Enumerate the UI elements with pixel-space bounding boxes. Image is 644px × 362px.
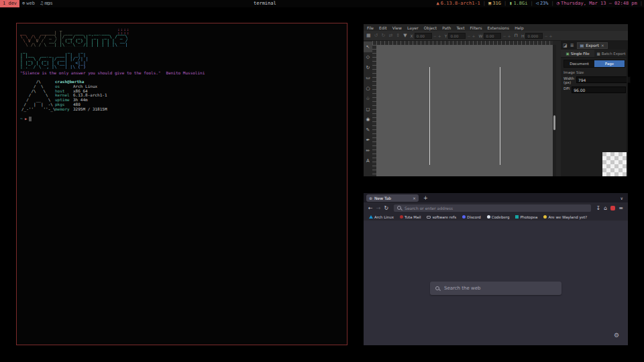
bookmark-arch-linux[interactable]: Arch Linux <box>369 215 394 219</box>
panel-scrollbar[interactable] <box>627 50 628 176</box>
reload-button[interactable]: ↻ <box>384 205 388 211</box>
new-tab-button[interactable]: + <box>423 195 428 201</box>
menu-file[interactable]: File <box>367 25 374 30</box>
decrement-button[interactable]: − <box>544 34 547 38</box>
pen-tool[interactable]: ✒ <box>364 135 372 146</box>
bookmark-photopea[interactable]: Photopea <box>515 215 537 219</box>
box-3d-tool[interactable]: ◻ <box>364 104 372 115</box>
text-tool[interactable]: A <box>364 156 372 167</box>
tab-close-icon[interactable]: × <box>413 196 416 200</box>
terminal-window[interactable]: _ __ _____| | ___ ___ _ __ ___ ___ \ \ /… <box>16 23 347 345</box>
ascii-art-decoration: :::: :::: <box>117 27 129 34</box>
forward-button[interactable]: → <box>376 205 381 211</box>
list-all-tabs-icon[interactable]: ∨ <box>621 196 623 200</box>
node-tool[interactable]: ◇ <box>364 52 372 63</box>
personalize-gear-icon[interactable]: ⚙ <box>614 332 619 339</box>
menu-layer[interactable]: Layer <box>407 25 419 30</box>
document-button[interactable]: Document <box>564 60 594 67</box>
shell-prompt[interactable]: ~ ▶ <box>20 116 32 121</box>
menu-extensions[interactable]: Extensions <box>488 25 510 30</box>
globe-icon: ⊕ <box>22 0 25 7</box>
web-search-box[interactable]: Search the web <box>430 282 561 295</box>
clock-text: Thursday, Mar 13 — 02:48 pm <box>561 0 637 7</box>
snap-controls-icon[interactable]: ▼ <box>403 33 407 38</box>
workspace-tag-dev[interactable]: 1 dev <box>0 0 19 7</box>
w-value[interactable]: 0.00 <box>484 33 501 39</box>
fetch-key: memory <box>55 107 73 112</box>
menu-object[interactable]: Object <box>424 25 437 30</box>
rotate-cw-icon[interactable]: ↻ <box>382 33 386 38</box>
export-width-input[interactable] <box>576 76 631 83</box>
image-size-label: Image Size <box>564 70 625 74</box>
home-icon[interactable]: ⌂ <box>604 205 607 211</box>
active-tab[interactable]: ⊕ New Tab × <box>366 194 419 202</box>
menu-filters[interactable]: Filters <box>470 25 482 30</box>
arch-ascii-logo: /\ / \ /\ \ / \ / __ \ / | | -\ /_-'' ''… <box>21 80 56 112</box>
menu-icon[interactable]: ≡ <box>619 205 623 211</box>
separator: | <box>483 0 486 7</box>
export-dock-tab[interactable]: ▤ Export × <box>577 42 608 49</box>
clock-icon: ◔ <box>557 0 559 7</box>
fetch-value: 3295M / 31815M <box>73 107 107 111</box>
dpi-label: DPI <box>564 86 570 90</box>
bookmark-are-we-wayland-yet[interactable]: Are we Wayland yet? <box>543 215 587 219</box>
x-value[interactable]: 0.00 <box>415 33 432 39</box>
page-border-left <box>429 67 430 165</box>
menu-view[interactable]: View <box>392 25 402 30</box>
workspace-tag-web[interactable]: ⊕ web <box>19 0 38 7</box>
increment-button[interactable]: + <box>438 34 441 38</box>
layout-icon[interactable]: ▢ <box>47 0 50 7</box>
volume-status: ◁ 23% <box>536 0 549 7</box>
tool-options-icon[interactable]: ▦ <box>366 33 371 38</box>
increment-button[interactable]: + <box>549 34 552 38</box>
system-fetch-info: crash@bertha osArch Linux hostx86_64 ker… <box>55 80 107 112</box>
shape-builder-tool[interactable]: ↻ <box>364 62 372 73</box>
tab-favicon-globe-icon: ⊕ <box>369 196 372 200</box>
rotate-ccw-icon[interactable]: ↺ <box>374 33 378 38</box>
export-target-buttons: Document Page <box>564 60 625 68</box>
back-button[interactable]: ← <box>368 205 373 211</box>
spiral-tool[interactable]: ◉ <box>364 115 372 125</box>
scrollbar-thumb[interactable] <box>553 115 555 130</box>
adblocker-icon[interactable] <box>610 206 615 210</box>
layers-panel-icon[interactable]: ≣ <box>570 43 574 48</box>
tab-batch-export[interactable]: ▦ Batch Export <box>594 50 628 57</box>
decrement-button[interactable]: − <box>502 34 506 38</box>
lock-ratio-icon[interactable]: ⊓ <box>514 33 517 38</box>
y-value[interactable]: 0.00 <box>448 33 466 39</box>
page-button[interactable]: Page <box>594 60 625 67</box>
menu-edit[interactable]: Edit <box>379 25 387 30</box>
bookmark-tuta-mail[interactable]: Tuta Mail <box>400 215 421 219</box>
rectangle-tool[interactable]: ▭ <box>364 73 372 84</box>
inkscape-canvas[interactable] <box>376 45 553 176</box>
export-dpi-input[interactable] <box>572 86 626 93</box>
bookmark-label: Discord <box>467 215 481 219</box>
selector-tool[interactable]: ↖ <box>364 42 372 52</box>
pencil-tool[interactable]: ✎ <box>364 125 372 135</box>
h-value[interactable]: 0.000 <box>525 33 543 39</box>
export-tab-title: Export <box>586 43 599 48</box>
increment-button[interactable]: + <box>507 34 511 38</box>
tab-single-file[interactable]: ▣ Single File <box>561 50 594 57</box>
star-tool[interactable]: ☆ <box>364 94 372 105</box>
close-icon[interactable]: × <box>601 43 604 48</box>
discord-icon <box>462 215 466 219</box>
objects-panel-icon[interactable]: ◪ <box>563 43 568 48</box>
increment-button[interactable]: + <box>472 34 475 38</box>
bookmark-folder-software-refs[interactable]: software refs <box>427 215 456 219</box>
menu-path[interactable]: Path <box>442 25 451 30</box>
flip-vertical-icon[interactable]: ⇕ <box>396 33 400 38</box>
bookmark-codeberg[interactable]: Codeberg <box>487 215 510 219</box>
bookmark-discord[interactable]: Discord <box>462 215 481 219</box>
memory-text: 1.8Gi <box>513 0 527 7</box>
panel-divider[interactable] <box>556 41 561 176</box>
menu-text[interactable]: Text <box>456 25 464 30</box>
flip-horizontal-icon[interactable]: ⇄ <box>388 33 392 38</box>
url-bar[interactable]: Search or enter address <box>394 204 590 212</box>
calligraphy-tool[interactable]: ✏ <box>364 145 372 156</box>
ellipse-tool[interactable]: ○ <box>364 83 372 94</box>
menu-help[interactable]: Help <box>515 25 524 30</box>
downloads-icon[interactable]: ↧ <box>596 205 601 211</box>
decrement-button[interactable]: − <box>433 34 437 38</box>
decrement-button[interactable]: − <box>467 34 470 38</box>
